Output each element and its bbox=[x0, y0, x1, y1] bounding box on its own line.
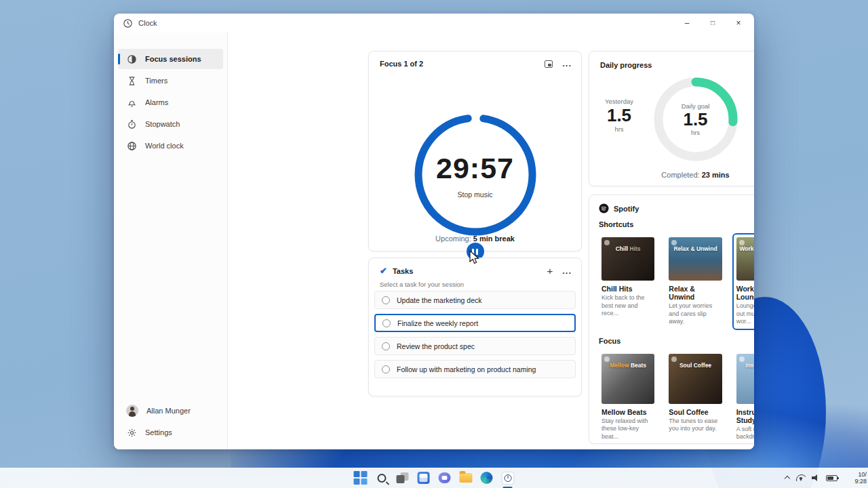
titlebar[interactable]: Clock – □ × bbox=[114, 14, 754, 33]
daily-goal-unit: hrs bbox=[691, 129, 700, 136]
taskbar-clock[interactable]: 10/ 9:28 bbox=[844, 471, 867, 485]
completed-label: Completed: bbox=[661, 171, 699, 179]
sidebar: Focus sessions Timers Alarms Stopwatch bbox=[114, 33, 228, 449]
spotify-card: Spotify ... Shortcuts See all Chill Hits bbox=[589, 195, 754, 444]
bell-icon bbox=[126, 97, 137, 108]
taskbar-date: 10/ bbox=[858, 471, 867, 478]
main-content: Focus 1 of 2 ... 29:57 Stop music bbox=[228, 33, 754, 449]
clock-app-icon bbox=[122, 18, 133, 28]
completed-value: 23 mins bbox=[702, 171, 730, 179]
user-name: Allan Munger bbox=[146, 407, 191, 415]
task-radio[interactable] bbox=[382, 296, 390, 304]
todo-icon: ✔ bbox=[380, 266, 387, 276]
spotify-card-title: Spotify bbox=[614, 205, 639, 213]
sidebar-item-world-clock[interactable]: World clock bbox=[118, 136, 223, 156]
daily-card-title: Daily progress bbox=[600, 61, 652, 69]
playlist-tile-soul-coffee[interactable]: Soul Coffee Soul Coffee The tunes to eas… bbox=[665, 350, 726, 445]
volume-icon[interactable] bbox=[812, 474, 820, 481]
stopwatch-icon bbox=[126, 119, 137, 129]
completed-status: Completed: 23 mins bbox=[589, 171, 754, 179]
teams-chat-icon[interactable] bbox=[437, 470, 452, 485]
sidebar-item-settings[interactable]: Settings bbox=[118, 422, 223, 443]
globe-icon bbox=[126, 140, 137, 151]
task-row-selected[interactable]: Finalize the weekly report bbox=[374, 314, 576, 332]
spotify-mini-icon bbox=[739, 357, 745, 362]
upcoming-value: 5 min break bbox=[473, 235, 515, 243]
task-row[interactable]: Follow up with marketing on product nami… bbox=[374, 360, 576, 378]
sidebar-item-focus-sessions[interactable]: Focus sessions bbox=[118, 49, 223, 69]
spotify-mini-icon bbox=[671, 357, 677, 362]
playlist-tile-chill-hits[interactable]: Chill Hits Chill Hits Kick back to the b… bbox=[597, 233, 658, 330]
playlist-tile-relax-unwind[interactable]: Relax & Unwind Relax & Unwind Let your w… bbox=[665, 233, 726, 330]
sidebar-item-timers[interactable]: Timers bbox=[118, 70, 223, 91]
focus-timer-ring: 29:57 Stop music bbox=[411, 110, 540, 239]
task-radio[interactable] bbox=[382, 342, 390, 350]
stop-music-label[interactable]: Stop music bbox=[458, 190, 493, 199]
tasks-subtitle: Select a task for your session bbox=[369, 277, 581, 291]
spotify-mini-icon bbox=[671, 240, 677, 245]
tasks-card-title: Tasks bbox=[393, 267, 413, 275]
minimize-button[interactable]: – bbox=[674, 14, 700, 32]
spotify-mini-icon bbox=[604, 357, 610, 362]
desktop: Clock – □ × Focus sessions Timers bbox=[0, 0, 868, 488]
sidebar-item-alarms[interactable]: Alarms bbox=[118, 92, 223, 113]
start-button[interactable] bbox=[353, 470, 368, 485]
yesterday-stat: Yesterday 1.5 hrs bbox=[592, 98, 646, 133]
task-row[interactable]: Update the marketing deck bbox=[374, 291, 576, 309]
add-task-button[interactable]: + bbox=[547, 265, 553, 277]
close-button[interactable]: × bbox=[726, 14, 751, 32]
playlist-art: Mellow Beats bbox=[601, 354, 654, 404]
spotify-mini-icon bbox=[604, 240, 610, 245]
playlist-art: Soul Coffee bbox=[669, 354, 722, 404]
more-options-button[interactable]: ... bbox=[562, 269, 572, 273]
widgets-icon[interactable] bbox=[416, 470, 431, 485]
focus-session-card: Focus 1 of 2 ... 29:57 Stop music bbox=[368, 51, 582, 251]
focus-section-title: Focus bbox=[599, 337, 620, 345]
task-label: Review the product spec bbox=[397, 342, 475, 350]
taskbar-time: 9:28 bbox=[854, 478, 867, 485]
sidebar-item-label: World clock bbox=[145, 142, 184, 150]
more-options-button[interactable]: ... bbox=[562, 62, 572, 66]
playlist-art: Workday Lounge bbox=[736, 237, 754, 281]
task-row[interactable]: Review the product spec bbox=[374, 337, 576, 355]
file-explorer-icon[interactable] bbox=[458, 470, 473, 485]
spotify-mini-icon bbox=[739, 240, 745, 245]
task-label: Finalize the weekly report bbox=[397, 319, 478, 327]
sidebar-item-label: Stopwatch bbox=[145, 120, 180, 128]
sidebar-item-label: Alarms bbox=[145, 98, 168, 106]
playlist-tile-instrumental-study[interactable]: Instrumental Study Instrumental Study A … bbox=[732, 350, 754, 445]
maximize-button[interactable]: □ bbox=[700, 14, 726, 32]
clock-app-taskbar-icon[interactable] bbox=[500, 470, 515, 485]
playlist-tile-workday-lounge[interactable]: Workday Lounge Workday Lounge Lounge and… bbox=[732, 233, 754, 330]
task-radio[interactable] bbox=[382, 365, 390, 373]
playlist-art: Instrumental Study bbox=[736, 354, 754, 404]
sidebar-item-stopwatch[interactable]: Stopwatch bbox=[118, 114, 223, 134]
task-label: Update the marketing deck bbox=[397, 296, 482, 304]
tasks-card: ✔ Tasks + ... Select a task for your ses… bbox=[368, 258, 582, 396]
mouse-cursor bbox=[469, 250, 481, 266]
search-icon[interactable] bbox=[374, 470, 389, 485]
streak-stat: Streak 5 days bbox=[745, 98, 754, 133]
task-view-icon[interactable] bbox=[395, 470, 410, 485]
upcoming-label: Upcoming: bbox=[435, 235, 471, 243]
task-radio[interactable] bbox=[382, 319, 391, 327]
focus-card-title: Focus 1 of 2 bbox=[380, 60, 423, 68]
sidebar-item-user[interactable]: Allan Munger bbox=[118, 401, 223, 421]
daily-progress-card: Daily progress Yesterday 1.5 hrs bbox=[589, 51, 754, 186]
edge-browser-icon[interactable] bbox=[479, 470, 494, 485]
tray-chevron-icon[interactable] bbox=[785, 475, 790, 481]
wifi-icon[interactable] bbox=[796, 474, 806, 481]
playlist-tile-mellow-beats[interactable]: Mellow Beats Mellow Beats Stay relaxed w… bbox=[597, 350, 658, 445]
shortcuts-section-title: Shortcuts bbox=[599, 220, 633, 228]
gear-icon bbox=[126, 427, 137, 438]
daily-goal-value: 1.5 bbox=[683, 110, 707, 129]
sidebar-item-label: Timers bbox=[145, 77, 167, 85]
hourglass-icon bbox=[126, 75, 137, 86]
battery-icon[interactable] bbox=[826, 475, 837, 481]
sidebar-item-label: Focus sessions bbox=[145, 55, 201, 63]
spotify-icon bbox=[599, 203, 609, 214]
daily-goal-ring: Daily goal 1.5 hrs bbox=[652, 76, 739, 163]
settings-label: Settings bbox=[145, 428, 172, 436]
window-title: Clock bbox=[138, 19, 157, 27]
compact-mode-icon[interactable] bbox=[545, 60, 553, 68]
